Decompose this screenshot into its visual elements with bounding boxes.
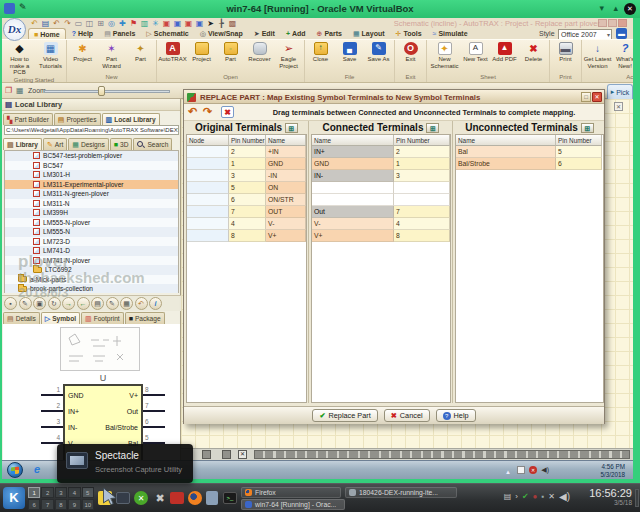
table-row[interactable]: 2+IN: [187, 146, 306, 158]
expand-icon[interactable]: ›: [515, 492, 518, 502]
tab-art[interactable]: ✎Art: [43, 138, 67, 150]
page-thumbnails[interactable]: [254, 450, 630, 459]
volume-icon[interactable]: ◀): [559, 492, 570, 502]
tab-properties[interactable]: ▤Properties: [54, 113, 101, 125]
cascade-icon[interactable]: ⊞: [96, 19, 105, 28]
security-icon[interactable]: ✕: [529, 466, 537, 474]
tree-item[interactable]: BC547-test-problem-plover: [5, 151, 178, 161]
table-row[interactable]: [312, 194, 450, 206]
tab-schematic[interactable]: ▷Schematic: [141, 28, 193, 39]
tab-details[interactable]: ▤Details: [3, 312, 40, 324]
dialog-close-icon[interactable]: ✕: [592, 92, 602, 102]
recover-button[interactable]: Recover: [245, 41, 274, 63]
page-icon[interactable]: ❐: [5, 86, 12, 95]
pan-icon[interactable]: ✚: [118, 19, 127, 28]
desktop-cell[interactable]: 8: [55, 499, 67, 510]
tree-item[interactable]: a-Mick-parts: [5, 275, 178, 285]
ie-icon[interactable]: e: [34, 463, 40, 475]
tab-designs[interactable]: ▦Designs: [68, 138, 108, 150]
new-text-button[interactable]: ANew Text: [461, 41, 490, 63]
tree-item[interactable]: brook-parts-collection: [5, 284, 178, 293]
maximize-icon[interactable]: ▴: [613, 3, 618, 13]
tree-item[interactable]: LTC6992: [5, 265, 178, 275]
toolbox-icon[interactable]: [170, 492, 184, 504]
tab-panels[interactable]: ▤Panels: [99, 28, 140, 39]
undo-arc-icon[interactable]: ↶: [30, 19, 39, 28]
terminal-icon[interactable]: >_: [223, 492, 237, 504]
app-minimize-icon[interactable]: [598, 19, 607, 27]
pick-tab[interactable]: ▸Pick: [607, 84, 633, 99]
panel-close-icon[interactable]: ✕: [614, 102, 623, 111]
dialog-titlebar[interactable]: REPLACE PART : Map Existing Symbol Termi…: [184, 90, 604, 104]
pin-stub[interactable]: [143, 426, 165, 428]
tab-simulate[interactable]: ≈Simulate: [428, 28, 473, 39]
measure-icon[interactable]: ╊: [217, 19, 226, 28]
desktop-cell[interactable]: 5: [82, 487, 94, 498]
board-red-icon[interactable]: ▣: [162, 19, 171, 28]
action-center-icon[interactable]: [517, 466, 525, 474]
tab-view-snap[interactable]: ◎View/Snap: [195, 28, 248, 39]
zoom-slider-thumb[interactable]: [98, 86, 105, 96]
xorg-icon[interactable]: ✕: [548, 492, 555, 502]
pin-stub[interactable]: [143, 410, 165, 412]
table-row[interactable]: 4V-: [187, 218, 306, 230]
video-tutorials-button[interactable]: ▦Video Tutorials: [36, 41, 65, 69]
tab-help[interactable]: ?Help: [67, 28, 98, 39]
tree-item[interactable]: LM555-N: [5, 227, 178, 237]
close-icon[interactable]: ✕: [624, 3, 636, 15]
library-path[interactable]: C:\Users\Wedgetail\AppData\Roaming\AutoT…: [4, 125, 179, 135]
redo-icon[interactable]: ↷: [203, 105, 212, 118]
pin-stub[interactable]: [41, 426, 63, 428]
tree-item[interactable]: LM723-D: [5, 237, 178, 247]
tab-edit[interactable]: ➤Edit: [249, 28, 280, 39]
page-close-icon[interactable]: ✕: [238, 450, 247, 459]
part-wizard-button[interactable]: ✶Part Wizard: [97, 41, 126, 69]
table-row[interactable]: [312, 182, 450, 194]
volume-icon[interactable]: ◀): [541, 466, 549, 474]
print-button[interactable]: ▬Print: [551, 41, 580, 63]
game-icon[interactable]: ✕: [134, 491, 148, 505]
tree-item[interactable]: LM399H: [5, 208, 178, 218]
tab-symbol[interactable]: ▷Symbol: [41, 312, 80, 324]
tab-library[interactable]: ▤Library: [3, 138, 42, 150]
tree-item-selected[interactable]: LM311-Experimental-plover: [5, 180, 178, 190]
open-autotrax-button[interactable]: AAutoTRAX: [158, 41, 187, 63]
export-icon[interactable]: ←: [77, 297, 90, 310]
tree-item[interactable]: LM311-N: [5, 199, 178, 209]
pin-stub[interactable]: [41, 394, 63, 396]
cursor-icon[interactable]: ➤: [206, 19, 215, 28]
flag-icon[interactable]: ⚑: [129, 19, 138, 28]
desktop-cell[interactable]: 4: [68, 487, 80, 498]
close-button[interactable]: ↑Close: [306, 41, 335, 63]
desktop-cell[interactable]: 1: [28, 487, 40, 498]
exit-button[interactable]: OExit: [396, 41, 425, 63]
tab-search[interactable]: Search: [133, 138, 172, 150]
hidden-icons-icon[interactable]: ▲: [505, 467, 511, 477]
desktop-cell[interactable]: 3: [55, 487, 67, 498]
task-firefox[interactable]: Firefox: [241, 487, 341, 498]
table-row[interactable]: IN+2: [312, 146, 450, 158]
undo-icon[interactable]: ↶: [188, 105, 197, 118]
style-dropdown[interactable]: Office 2007▾: [558, 29, 612, 40]
table-row[interactable]: 3-IN: [187, 170, 306, 182]
new-part-button[interactable]: ✦Part: [126, 41, 155, 63]
tab-3d[interactable]: ■3D: [110, 138, 133, 150]
board-red2-icon[interactable]: ▣: [184, 19, 193, 28]
layers-icon[interactable]: ▩: [228, 19, 237, 28]
pin-stub[interactable]: [143, 394, 165, 396]
windows-clock[interactable]: 4:56 PM5/3/2018: [555, 463, 625, 478]
tree-item[interactable]: LM741-D: [5, 246, 178, 256]
panel-options-icon[interactable]: ⊞: [581, 123, 594, 133]
pin-stub[interactable]: [41, 410, 63, 412]
device-icon[interactable]: ▪: [541, 492, 544, 502]
updates-ok-icon[interactable]: ✔: [522, 492, 529, 502]
draw-icon[interactable]: ✎: [19, 297, 32, 310]
keepass-icon[interactable]: ●: [533, 492, 538, 502]
tab-part-builder[interactable]: ▚Part Builder: [3, 113, 53, 125]
table-row[interactable]: Bal5: [456, 146, 603, 158]
tree-item[interactable]: LM555-N-plover: [5, 218, 178, 228]
tab-home[interactable]: ■Home: [28, 28, 66, 39]
panel-options-icon[interactable]: ⊞: [426, 123, 439, 133]
zoom-icon[interactable]: ◎: [107, 19, 116, 28]
tab-local-library[interactable]: ▥Local Library: [102, 113, 160, 125]
